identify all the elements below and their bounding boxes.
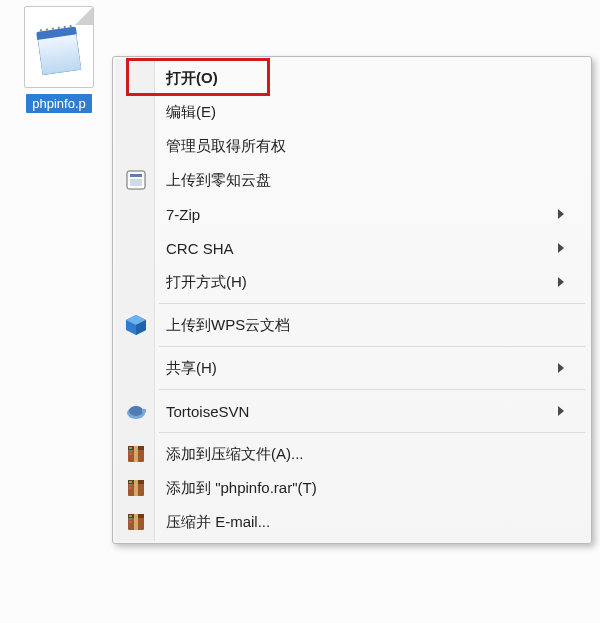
menu-rar-add-named-label: 添加到 "phpinfo.rar"(T) [166,479,564,498]
cube-icon [124,313,148,337]
submenu-arrow-icon [558,406,564,416]
svg-rect-25 [129,518,132,520]
svg-rect-2 [130,179,142,186]
menu-separator [159,432,585,433]
archive-icon [124,510,148,534]
menu-rar-add[interactable]: 添加到压缩文件(A)... [115,437,589,471]
submenu-arrow-icon [558,363,564,373]
svg-rect-23 [134,514,138,530]
menu-open-with-label: 打开方式(H) [166,273,550,292]
file-thumbnail [24,6,94,88]
menu-upload-lingzhi-label: 上传到零知云盘 [166,171,564,190]
menu-rar-add-label: 添加到压缩文件(A)... [166,445,564,464]
menu-share[interactable]: 共享(H) [115,351,589,385]
svg-rect-20 [129,487,132,489]
menu-open-label: 打开(O) [166,69,564,88]
menu-upload-wps[interactable]: 上传到WPS云文档 [115,308,589,342]
submenu-arrow-icon [558,243,564,253]
file-label: phpinfo.p [26,94,92,113]
menu-upload-lingzhi[interactable]: 上传到零知云盘 [115,163,589,197]
svg-rect-12 [129,447,132,449]
svg-rect-19 [129,484,132,486]
menu-open[interactable]: 打开(O) [115,61,589,95]
archive-icon [124,476,148,500]
disk-icon [124,168,148,192]
menu-separator [159,389,585,390]
menu-7zip[interactable]: 7-Zip [115,197,589,231]
menu-rar-email-label: 压缩并 E-mail... [166,513,564,532]
svg-rect-13 [129,450,132,452]
context-menu: 打开(O) 编辑(E) 管理员取得所有权 上传到零知云盘 7-Zip CRC S… [112,56,592,544]
menu-crcsha-label: CRC SHA [166,240,550,257]
file-item[interactable]: phpinfo.p [12,6,106,113]
svg-point-8 [142,409,146,413]
svg-rect-26 [129,521,132,523]
svg-rect-1 [130,174,142,177]
archive-icon [124,442,148,466]
menu-7zip-label: 7-Zip [166,206,550,223]
menu-upload-wps-label: 上传到WPS云文档 [166,316,564,335]
menu-admin-own[interactable]: 管理员取得所有权 [115,129,589,163]
menu-tortoise[interactable]: TortoiseSVN [115,394,589,428]
svg-rect-24 [129,515,132,517]
desktop-area: phpinfo.p 打开(O) 编辑(E) 管理员取得所有权 上传到零知云盘 7… [0,0,600,623]
svg-rect-17 [134,480,138,496]
menu-separator [159,303,585,304]
tortoise-icon [124,399,148,423]
menu-edit-label: 编辑(E) [166,103,564,122]
menu-edit[interactable]: 编辑(E) [115,95,589,129]
svg-rect-14 [129,453,132,455]
menu-admin-own-label: 管理员取得所有权 [166,137,564,156]
menu-share-label: 共享(H) [166,359,550,378]
menu-crcsha[interactable]: CRC SHA [115,231,589,265]
menu-rar-email[interactable]: 压缩并 E-mail... [115,505,589,539]
svg-rect-11 [134,446,138,462]
menu-rar-add-named[interactable]: 添加到 "phpinfo.rar"(T) [115,471,589,505]
menu-separator [159,346,585,347]
menu-open-with[interactable]: 打开方式(H) [115,265,589,299]
svg-point-7 [129,406,143,416]
submenu-arrow-icon [558,209,564,219]
submenu-arrow-icon [558,277,564,287]
menu-tortoise-label: TortoiseSVN [166,403,550,420]
svg-rect-18 [129,481,132,483]
